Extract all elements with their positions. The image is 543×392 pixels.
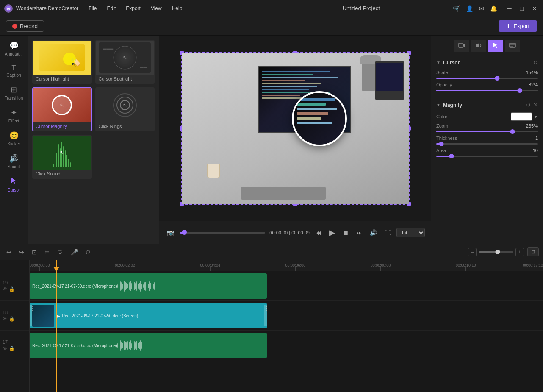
scale-slider[interactable] xyxy=(436,78,538,79)
screenshot-button[interactable]: 📷 xyxy=(165,228,176,238)
timeline-labels: 19 👁 🔒 18 👁 🔒 17 👁 🔒 xyxy=(0,260,30,392)
sidebar-item-annotate[interactable]: 💬 Annotat... xyxy=(0,38,28,60)
magnify-collapse-arrow[interactable]: ▼ xyxy=(436,103,440,107)
timeline-tracks: Rec_2021-09-17 21-07-50.dcrc (Microphone… xyxy=(30,271,543,392)
cursor-highlight-thumb: 🏷️ ↖ xyxy=(33,41,91,75)
split-button[interactable]: ⊨ xyxy=(42,247,52,257)
track-lock-icon-19[interactable]: 🔒 xyxy=(9,286,15,292)
play-button[interactable]: ▶ xyxy=(327,226,337,239)
sidebar-item-cursor[interactable]: Cursor xyxy=(0,173,28,196)
menu-view[interactable]: View xyxy=(149,5,163,12)
copyright-button[interactable]: © xyxy=(83,247,92,257)
clip-resize-right-18[interactable]: ⋮ xyxy=(264,305,267,326)
record-button[interactable]: Record xyxy=(6,20,44,32)
effect-click-rings[interactable]: ↖ Click Rings xyxy=(95,87,155,131)
preview-area: 📷 00:00:00 | 00:00:09 ⏮ ▶ ⏹ ⏭ 🔊 ⛶ Fit 50… xyxy=(159,36,431,244)
cursor-reset-icon[interactable]: ↺ xyxy=(533,59,538,66)
stop-button[interactable]: ⏹ xyxy=(341,228,350,238)
export-button[interactable]: ⬆ Export xyxy=(499,20,537,32)
time-total: 00:00:09 xyxy=(291,230,310,235)
scale-thumb[interactable] xyxy=(495,76,500,81)
sound-icon: 🔊 xyxy=(9,154,19,163)
menu-help[interactable]: Help xyxy=(170,5,184,12)
bell-icon[interactable]: 🔔 xyxy=(490,5,497,12)
undo-button[interactable]: ↩ xyxy=(4,247,14,257)
account-icon[interactable]: 👤 xyxy=(466,5,473,12)
magnify-section-header: ▼ Magnify ↺ ✕ xyxy=(436,102,538,108)
sidebar-item-transition[interactable]: ⊞ Transition xyxy=(0,82,28,104)
track-lock-icon-17[interactable]: 🔒 xyxy=(9,346,15,351)
crop-button[interactable]: ⊡ xyxy=(30,247,39,257)
mic-button[interactable]: 🎤 xyxy=(69,247,80,257)
track-eye-icon-17[interactable]: 👁 xyxy=(3,346,7,351)
magnify-overlay xyxy=(292,91,347,146)
zoom-thumb[interactable] xyxy=(510,129,515,134)
scale-fill xyxy=(436,78,497,79)
sidebar-item-sound[interactable]: 🔊 Sound xyxy=(0,150,28,172)
magnify-close-icon[interactable]: ✕ xyxy=(533,102,538,108)
area-slider[interactable] xyxy=(436,156,538,157)
magnify-reset-icon[interactable]: ↺ xyxy=(526,102,531,108)
thickness-thumb[interactable] xyxy=(439,142,444,146)
track-lock-icon-18[interactable]: 🔒 xyxy=(9,316,15,322)
shield-button[interactable]: 🛡 xyxy=(55,247,65,257)
color-swatch[interactable] xyxy=(511,112,532,121)
clip-audio-17[interactable]: Rec_2021-09-17 21-07-50.dcrc (Microphone… xyxy=(30,333,267,358)
minimize-button[interactable]: ─ xyxy=(506,4,513,13)
fit-select[interactable]: Fit 50% 100% 150% xyxy=(396,228,425,237)
opacity-thumb[interactable] xyxy=(517,88,522,93)
sidebar-item-effect[interactable]: ✦ Effect xyxy=(0,105,28,127)
thickness-slider[interactable] xyxy=(436,143,538,145)
clip-audio-17-label: Rec_2021-09-17 21-07-50.dcrc (Microphone… xyxy=(32,343,117,348)
clip-resize-left-18[interactable]: ⋮ xyxy=(30,305,32,326)
track-label-17: 17 👁 🔒 xyxy=(0,331,29,360)
sidebar-item-sticker[interactable]: 😊 Sticker xyxy=(0,128,28,150)
ruler-text-3: 00:00:06:06 xyxy=(285,263,306,267)
clip-audio-19[interactable]: Rec_2021-09-17 21-07-50.dcrc (Microphone… xyxy=(30,273,267,299)
opacity-slider[interactable] xyxy=(436,90,538,91)
zoom-slider-track[interactable] xyxy=(479,251,513,253)
menu-file[interactable]: File xyxy=(87,5,98,12)
track-eye-icon-18[interactable]: 👁 xyxy=(3,316,7,322)
cursor-magnify-thumb: ↖ xyxy=(33,88,91,122)
cart-icon[interactable]: 🛒 xyxy=(453,5,460,12)
zoom-out-button[interactable]: − xyxy=(468,248,477,256)
zoom-in-button[interactable]: + xyxy=(515,248,524,256)
color-picker-trigger[interactable]: ▼ xyxy=(511,112,538,121)
skip-forward-button[interactable]: ⏭ xyxy=(355,228,364,238)
zoom-slider[interactable] xyxy=(436,131,538,132)
scale-value: 154% xyxy=(526,70,538,75)
fullscreen-button[interactable]: ⛶ xyxy=(383,228,392,238)
cursor-collapse-arrow[interactable]: ▼ xyxy=(436,60,440,65)
rp-tab-video[interactable] xyxy=(454,40,469,52)
mail-icon[interactable]: ✉ xyxy=(479,5,484,12)
area-thumb[interactable] xyxy=(449,154,454,158)
effect-cursor-magnify[interactable]: ↖ Cursor Magnify xyxy=(32,87,92,131)
zoom-slider-thumb[interactable] xyxy=(496,250,500,254)
rp-tab-cursor[interactable] xyxy=(488,40,503,52)
rp-tab-caption[interactable] xyxy=(505,40,520,52)
color-dropdown-arrow[interactable]: ▼ xyxy=(534,114,538,119)
effect-cursor-spotlight[interactable]: ↖ ▬▬▬ ▬▬ Cursor Spotlight xyxy=(95,40,155,84)
menu-export[interactable]: Export xyxy=(124,5,142,12)
effect-click-sound[interactable]: ↖ Click Sound xyxy=(32,135,92,179)
skip-back-button[interactable]: ⏮ xyxy=(314,228,323,238)
progress-handle[interactable] xyxy=(182,230,187,235)
effect-cursor-highlight[interactable]: 🏷️ ↖ Cursor Highlight xyxy=(32,40,92,84)
track-17: Rec_2021-09-17 21-07-50.dcrc (Microphone… xyxy=(30,331,543,360)
rp-tab-audio[interactable] xyxy=(471,40,486,52)
redo-button[interactable]: ↪ xyxy=(17,247,26,257)
track-icons-18: 👁 🔒 xyxy=(3,316,27,322)
progress-bar[interactable] xyxy=(180,232,265,234)
close-button[interactable]: ✕ xyxy=(530,4,539,13)
maximize-button[interactable]: □ xyxy=(518,4,525,13)
export-icon: ⬆ xyxy=(506,23,511,29)
fit-timeline-button[interactable]: ⊡ xyxy=(527,247,539,256)
menu-edit[interactable]: Edit xyxy=(105,5,118,12)
toolbar: Record ⬆ Export xyxy=(0,17,543,36)
clip-video-18[interactable]: ⋮ ▶ Rec_2021-09-17 21-07-50.dcrc (Screen… xyxy=(30,303,267,328)
volume-button[interactable]: 🔊 xyxy=(368,228,379,238)
track-eye-icon-19[interactable]: 👁 xyxy=(3,286,7,292)
sticker-label: Sticker xyxy=(7,142,20,146)
sidebar-item-caption[interactable]: T Caption xyxy=(0,61,28,81)
